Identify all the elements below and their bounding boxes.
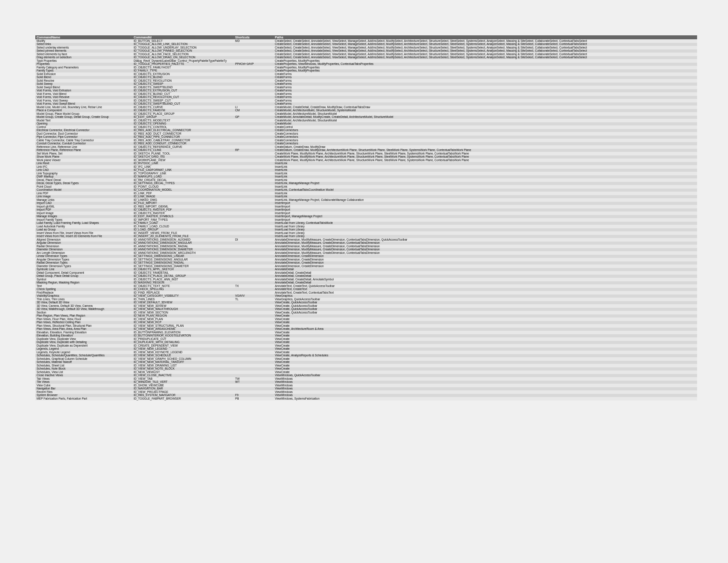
table-row[interactable]: Recent FilesID_VIEW_PROJECTPAGEViewWindo… <box>35 390 697 394</box>
table-row[interactable]: Legends, LegendID_VIEW_NEW_LEGENDViewCre… <box>35 348 697 351</box>
table-row[interactable]: Load Autodesk FamilyID_FAMILY_LOAD_CLOUD… <box>35 225 697 228</box>
table-row[interactable]: Decal, Decal Types, Decal TypesID_SETTIN… <box>35 182 697 185</box>
table-row[interactable]: ControlID_OBJECTS_CONTROLCreateControl <box>35 125 697 129</box>
table-row[interactable]: Plan Views, Area Plan, Area, Area PlanID… <box>35 328 697 331</box>
table-row[interactable]: Void Forms, Void BlendID_OBJECTS_BLEND_C… <box>35 92 697 96</box>
table-row[interactable]: Link IFCID_IFC_LINKInsertLink <box>35 165 697 169</box>
table-row[interactable]: Show Work PlaneID_SKETCH_GRID_VISCreateW… <box>35 155 697 159</box>
table-row[interactable]: Set Work Plane, SetID_SKETCH_PLANE_TOOLC… <box>35 152 697 155</box>
table-row[interactable]: Legends, Keynote LegendID_VIEW_NEW_KEYNO… <box>35 351 697 354</box>
table-row[interactable]: Void Forms, Void ExtrusionID_OBJECTS_EXT… <box>35 89 697 93</box>
table-row[interactable]: DWF MarkupID_MARKUPS_LOADInsertLink <box>35 175 697 179</box>
table-row[interactable]: Radial Dimension TypesID_SETTINGS_DIMENS… <box>35 261 697 265</box>
table-row[interactable]: Select linksID_TOGGLE_ALLOW_LINK_SELECTI… <box>35 43 697 46</box>
table-row[interactable]: Tile ViewsID_WINDOW_TILE_VERTWTViewWindo… <box>35 381 697 384</box>
table-row[interactable]: Type PropertiesDialog_Revit_DynamicLabel… <box>35 59 697 63</box>
table-row[interactable]: Drag elements on selectionID_TOGGLE_ALLO… <box>35 56 697 60</box>
table-row[interactable]: Plan Views, Reflected Ceiling PlanID_VIE… <box>35 321 697 325</box>
table-row[interactable]: Detail Component, Detail ComponentID_OBJ… <box>35 271 697 275</box>
table-row[interactable]: Load as GroupID_LOAD_GROUPInsertLoad fro… <box>35 228 697 232</box>
table-row[interactable]: Schedules, Note BlockID_VIEW_NEW_NOTE_BL… <box>35 367 697 371</box>
table-row[interactable]: System BrowserID_RBS_SYSTEM_NAVIGATORF9V… <box>35 394 697 397</box>
table-row[interactable]: Thin Lines, Thin LinesID_THIN_LINESTLVie… <box>35 298 697 301</box>
table-row[interactable]: Model Group, Place Model GroupID_OBJECTS… <box>35 112 697 116</box>
table-row[interactable]: Link RevitID_RVTDOC_LINKInsertLink <box>35 162 697 166</box>
table-row[interactable]: Reference Plane, Reference PlaneID_OBJEC… <box>35 149 697 152</box>
table-row[interactable]: Link TopographyID_TOPOGRAPHY_LINKInsertL… <box>35 172 697 175</box>
table-row[interactable]: Manage LinksID_LINKED_DWGInsertLink, Man… <box>35 198 697 202</box>
table-row[interactable]: Model Group, Create Group, Detail Group,… <box>35 116 697 119</box>
table-row[interactable]: Link CADID_FILE_CADFORMAT_LINKInsertLink <box>35 169 697 172</box>
table-row[interactable]: MEP Fabrication Parts, Fabrication PartI… <box>35 397 697 401</box>
table-row[interactable]: Void Forms, Void RevolveID_OBJECTS_REVOL… <box>35 96 697 99</box>
table-row[interactable]: Solid Swept BlendID_OBJECTS_SWEPTBLENDCr… <box>35 86 697 89</box>
table-row[interactable]: Link PDFID_LINK_PDFInsertLink <box>35 192 697 195</box>
table-row[interactable]: Arc Length DimensionID_ANNOTATIONS_DIMEN… <box>35 251 697 255</box>
table-row[interactable]: Import ImageID_OBJECTS_RASTERInsertImpor… <box>35 212 697 215</box>
table-row[interactable]: Plan Views, Floor Plan, View, FloorID_VI… <box>35 317 697 321</box>
table-row[interactable]: Plan Views, Structural Plan, Structural … <box>35 324 697 328</box>
header-shortcuts[interactable]: Shortcuts <box>234 35 274 39</box>
table-row[interactable]: Decal, Place DecalID_RM_CREATE_DECALInse… <box>35 178 697 182</box>
table-row[interactable]: 3D View, Walkthrough, Default 3D View, W… <box>35 308 697 311</box>
table-row[interactable]: TextID_OBJECTS_TEXT_NOTETXAnnotateText, … <box>35 284 697 288</box>
table-row[interactable]: Detail Group, Place Detail GroupID_OBJEC… <box>35 275 697 278</box>
table-row[interactable]: Solid SweepID_OBJECTS_SWEEPCreateForms <box>35 83 697 86</box>
table-row[interactable]: Solid RevolveID_OBJECTS_REVOLUTIONCreate… <box>35 79 697 83</box>
table-row[interactable]: Visibility/GraphicsID_VIEW_CATEGORY_VISI… <box>35 295 697 298</box>
table-row[interactable]: Linear Dimension TypesID_SETTINGS_DIMENS… <box>35 255 697 258</box>
table-row[interactable]: Select elements by faceID_TOGGLE_ALLOW_F… <box>35 53 697 56</box>
table-row[interactable]: Plan Region, Plan Views, Plan RegionID_N… <box>35 314 697 318</box>
table-row[interactable]: 3D View, Default 3D ViewID_VIEW_DEFAULT_… <box>35 301 697 305</box>
table-row[interactable]: Coordination ModelID_COORDINATION_MODELI… <box>35 189 697 192</box>
table-row[interactable]: Diameter DimensionID_ANNOTATIONS_DIMENSI… <box>35 248 697 252</box>
header-commandid[interactable]: CommandId <box>132 35 234 39</box>
table-row[interactable]: Aligned DimensionID_ANNOTATIONS_DIMENSIO… <box>35 238 697 242</box>
table-row[interactable]: Tab ViewsID_VIEW_TABTWViewWindows <box>35 377 697 381</box>
table-row[interactable]: Symbolic LineID_OBJECTS_APPL_SKETCHAnnot… <box>35 268 697 272</box>
table-row[interactable]: Work plane ViewerID_WORKPLANE_VIEWCreate… <box>35 159 697 162</box>
table-row[interactable]: Manage ImagesID_EDIT_RASTER_SYMBOLSInser… <box>35 215 697 219</box>
table-row[interactable]: Void Forms, Void SweepID_OBJECTS_SWEEP_C… <box>35 99 697 102</box>
table-row[interactable]: Duct Connector, Duct ConnectorID_RBS_ADD… <box>35 132 697 136</box>
table-row[interactable]: Navigation BarID_NAVIGATION_BARViewWindo… <box>35 387 697 391</box>
table-row[interactable]: Pipe Connector, Pipe ConnectorID_RBS_ADD… <box>35 136 697 139</box>
table-row[interactable]: Import PDFID_OBJECTS_RASTER_PDFInsertImp… <box>35 208 697 212</box>
table-row[interactable]: PropertiesID_TOGGLE_PROPERTIES_PALETTEPP… <box>35 63 697 66</box>
table-row[interactable]: Masking Region, Masking RegionID_MASKING… <box>35 281 697 285</box>
table-row[interactable]: Diameter Dimension TypesID_SETTINGS_DIME… <box>35 264 697 268</box>
table-row[interactable]: Load Family, Load Framing Family, Load S… <box>35 222 697 225</box>
table-row[interactable]: Schedules, Material TakeoffID_VIEW_NEW_M… <box>35 361 697 364</box>
table-row[interactable]: Solid ExtrusionID_OBJECTS_EXTRUSIONCreat… <box>35 72 697 76</box>
table-row[interactable]: Select pinned elementsID_TOGGLE_ALLOW_PI… <box>35 49 697 53</box>
table-row[interactable]: Solid BlendID_OBJECTS_BLENDCreateForms <box>35 76 697 79</box>
table-row[interactable]: Family TypesID_FAMILY_TYPECreateProperti… <box>35 69 697 73</box>
table-row[interactable]: Elevation, Elevation, Framing ElevationI… <box>35 331 697 334</box>
table-row[interactable]: Schedules, Schedule/Quantities, Schedule… <box>35 354 697 358</box>
header-paths[interactable]: Paths <box>274 35 697 39</box>
table-row[interactable]: Duplicate View, Duplicate as DependentID… <box>35 344 697 348</box>
table-row[interactable]: Elevation, Building ElevationID_BUTTONIN… <box>35 334 697 338</box>
table-row[interactable]: Duplicate View, Duplicate with Detailing… <box>35 341 697 344</box>
table-row[interactable]: Select underlay elementsID_TOGGLE_ALLOW_… <box>35 46 697 49</box>
table-row[interactable]: Check SpellingID_CHECK_SPELLINGAnnotateT… <box>35 288 697 291</box>
table-row[interactable]: Schedules, Sheet ListID_VIEW_NEW_DRAWING… <box>35 364 697 367</box>
table-row[interactable]: Import CADID_FILE_IMPORTInsertImport <box>35 202 697 205</box>
table-row[interactable]: SectionID_VIEW_NEW_SECTIONViewCreate, Qu… <box>35 311 697 314</box>
table-row[interactable]: Insert Views from File, Insert 2D Elemen… <box>35 235 697 238</box>
table-row[interactable]: Find/ReplaceID_FIND_REPLACEAnnotateText,… <box>35 291 697 295</box>
table-row[interactable]: Point CloudID_POINT_CLOUDInsertLink <box>35 185 697 189</box>
table-row[interactable]: View CubeID_SHOW_VIEWCUBEViewWindows <box>35 384 697 387</box>
table-row[interactable]: 3D View, Camera, Default 3D View, Camera… <box>35 304 697 308</box>
table-row[interactable]: Void Forms, Void Swept BlendID_OBJECTS_S… <box>35 102 697 106</box>
table-row[interactable]: Angular DimensionID_ANNOTATIONS_DIMENSIO… <box>35 242 697 245</box>
header-commandname[interactable]: CommandName <box>35 35 132 39</box>
table-row[interactable]: Conduit Connector, Conduit ConnectorID_R… <box>35 142 697 146</box>
table-row[interactable]: Insert Views from File, Insert Views fro… <box>35 231 697 235</box>
table-row[interactable]: Schedules, Graphical Column ScheduleID_V… <box>35 357 697 361</box>
table-row[interactable]: Model TextID_OBJECTS_MODELTEXTCreateMode… <box>35 119 697 122</box>
table-row[interactable]: Duplicate View, Duplicate ViewID_PRIDUPL… <box>35 337 697 341</box>
table-row[interactable]: Model Line, Model Line, Boundary Line, R… <box>35 106 697 109</box>
table-row[interactable]: ModifyID_BUTTON_SELECTMDCreateSelect, Cr… <box>35 39 697 43</box>
table-row[interactable]: Angular Dimension TypesID_SETTINGS_DIMEN… <box>35 258 697 261</box>
